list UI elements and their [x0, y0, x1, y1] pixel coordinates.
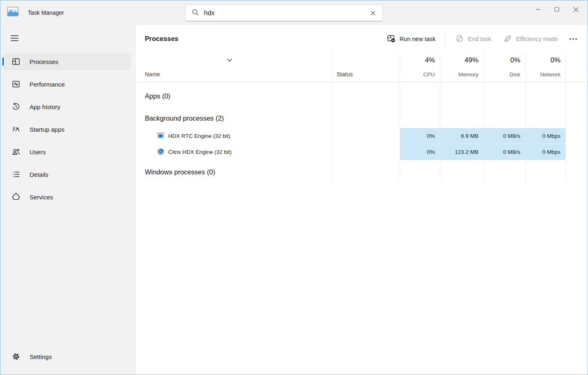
sidebar-item-startup-apps[interactable]: Startup apps	[2, 121, 130, 138]
sidebar-item-label: Processes	[30, 58, 58, 65]
sidebar-item-label: Users	[30, 149, 46, 155]
table-row[interactable]: Citrix HDX Engine (32 bit) 0% 123.2 MB 0…	[136, 144, 588, 160]
status-cell	[332, 128, 400, 144]
search-clear-icon[interactable]	[368, 9, 378, 18]
titlebar: Task Manager	[0, 0, 588, 25]
search-input[interactable]	[204, 9, 368, 17]
column-header-disk[interactable]: 0% Disk	[483, 53, 525, 82]
task-manager-logo-icon	[7, 7, 19, 18]
sidebar-item-app-history[interactable]: App history	[2, 98, 130, 115]
sidebar-nav: Processes Performance App history	[2, 53, 130, 211]
details-icon	[12, 170, 20, 178]
leaf-icon	[503, 34, 512, 44]
sort-chevron-down-icon	[227, 57, 232, 63]
run-new-task-label: Run new task	[400, 36, 436, 42]
network-cell: 0 Mbps	[525, 144, 565, 160]
sidebar-item-label: Startup apps	[30, 126, 64, 133]
memory-column-label: Memory	[458, 71, 478, 78]
process-table: Name Status 4% CPU 49% Memory 0% Disk	[136, 53, 588, 181]
sidebar: Processes Performance App history	[0, 25, 136, 375]
sidebar-item-details[interactable]: Details	[2, 166, 130, 183]
run-new-task-icon	[387, 34, 396, 44]
sidebar-item-label: App history	[30, 103, 60, 110]
performance-icon	[12, 80, 20, 88]
end-task-icon	[455, 34, 464, 44]
status-column-label: Status	[336, 71, 353, 78]
sidebar-item-processes[interactable]: Processes	[2, 53, 130, 70]
column-header-network[interactable]: 0% Network	[525, 53, 565, 82]
process-name-cell: HDX RTC Engine (32 bit)	[136, 128, 332, 144]
end-task-label: End task	[468, 36, 491, 42]
search-box	[185, 5, 383, 21]
sidebar-item-label: Performance	[30, 81, 65, 88]
disk-cell: 0 MB/s	[483, 128, 525, 144]
minimize-button[interactable]	[529, 0, 547, 18]
column-header-name[interactable]: Name	[136, 53, 332, 82]
maximize-button[interactable]	[547, 0, 566, 18]
efficiency-mode-button[interactable]: Efficiency mode	[499, 31, 563, 48]
section-header-apps[interactable]: Apps (0)	[136, 87, 588, 105]
hdx-rtc-engine-icon	[157, 132, 164, 140]
toolbar-divider	[445, 33, 446, 45]
gear-icon	[12, 352, 20, 361]
header-divider-line	[136, 82, 588, 82]
column-header-memory[interactable]: 49% Memory	[440, 53, 483, 82]
sidebar-item-label: Settings	[30, 353, 52, 360]
sidebar-item-label: Services	[30, 194, 53, 201]
cpu-cell: 0%	[400, 144, 440, 160]
services-icon	[12, 193, 20, 201]
search-icon	[192, 9, 199, 18]
app-title: Task Manager	[28, 9, 64, 16]
task-manager-window: Task Manager	[0, 0, 588, 375]
process-name: HDX RTC Engine (32 bit)	[168, 133, 230, 139]
table-row[interactable]: HDX RTC Engine (32 bit) 0% 6.9 MB 0 MB/s…	[136, 128, 588, 144]
column-header-cpu[interactable]: 4% CPU	[400, 53, 440, 82]
disk-total-value: 0%	[510, 56, 520, 64]
network-total-value: 0%	[550, 56, 561, 64]
disk-cell: 0 MB/s	[483, 144, 525, 160]
disk-column-label: Disk	[510, 71, 520, 78]
name-column-label: Name	[145, 71, 160, 78]
status-cell	[332, 144, 400, 160]
network-column-label: Network	[540, 71, 561, 78]
processes-icon	[12, 57, 20, 66]
hamburger-menu-icon[interactable]	[6, 31, 23, 46]
page-title: Processes	[136, 35, 178, 43]
table-header-row: Name Status 4% CPU 49% Memory 0% Disk	[136, 53, 588, 82]
column-header-spacer	[565, 53, 588, 82]
close-button[interactable]	[566, 0, 585, 18]
network-cell: 0 Mbps	[525, 128, 565, 144]
citrix-hdx-engine-icon	[157, 148, 164, 156]
memory-cell: 123.2 MB	[440, 144, 483, 160]
spacer-cell	[565, 128, 588, 144]
sidebar-item-services[interactable]: Services	[2, 188, 130, 206]
cpu-cell: 0%	[400, 128, 440, 144]
process-name: Citrix HDX Engine (32 bit)	[168, 149, 232, 155]
process-name-cell: Citrix HDX Engine (32 bit)	[136, 144, 332, 160]
memory-total-value: 49%	[464, 56, 478, 64]
efficiency-mode-label: Efficiency mode	[516, 36, 558, 42]
app-history-icon	[12, 103, 20, 111]
users-icon	[12, 148, 20, 156]
memory-cell: 6.9 MB	[440, 128, 483, 144]
toolbar: Processes Run new task	[136, 25, 588, 53]
sidebar-item-label: Details	[30, 171, 48, 178]
section-label: Windows processes (0)	[145, 168, 215, 176]
spacer-cell	[565, 144, 588, 160]
app-identity: Task Manager	[7, 7, 64, 18]
sidebar-item-settings[interactable]: Settings	[2, 348, 130, 365]
section-label: Apps (0)	[145, 92, 170, 100]
run-new-task-button[interactable]: Run new task	[382, 30, 441, 48]
more-options-icon[interactable]	[565, 34, 581, 43]
startup-apps-icon	[12, 125, 20, 133]
end-task-button[interactable]: End task	[451, 31, 496, 48]
cpu-column-label: CPU	[423, 71, 435, 78]
cpu-total-value: 4%	[425, 56, 435, 64]
sidebar-item-users[interactable]: Users	[2, 143, 130, 160]
column-header-status[interactable]: Status	[332, 53, 400, 82]
window-controls	[529, 0, 585, 18]
main-panel: Processes Run new task	[136, 25, 588, 375]
section-header-background-processes[interactable]: Background processes (2)	[136, 110, 588, 127]
sidebar-item-performance[interactable]: Performance	[2, 75, 130, 93]
section-header-windows-processes[interactable]: Windows processes (0)	[136, 163, 588, 181]
